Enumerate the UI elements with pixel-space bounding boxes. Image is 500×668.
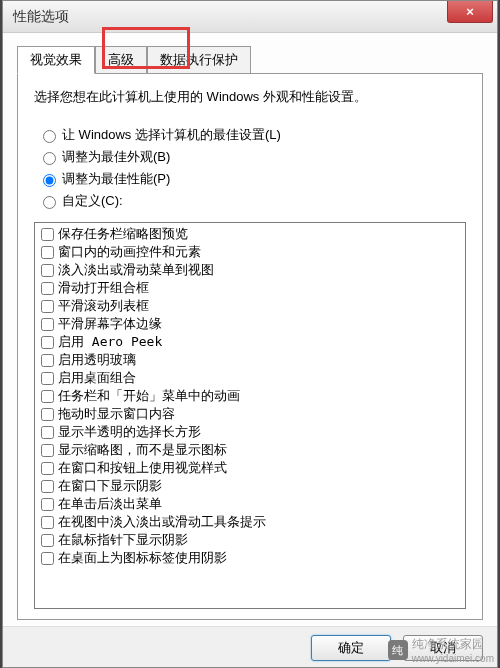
option-checkbox[interactable] — [41, 552, 54, 565]
tab-label: 数据执行保护 — [160, 52, 238, 67]
list-item[interactable]: 保存任务栏缩略图预览 — [39, 225, 461, 243]
option-checkbox[interactable] — [41, 300, 54, 313]
radio-label: 调整为最佳性能(P) — [62, 170, 170, 188]
option-checkbox[interactable] — [41, 480, 54, 493]
radio-label: 自定义(C): — [62, 192, 123, 210]
list-item[interactable]: 在窗口和按钮上使用视觉样式 — [39, 459, 461, 477]
option-label: 平滑屏幕字体边缘 — [58, 315, 162, 333]
radio-group: 让 Windows 选择计算机的最佳设置(L) 调整为最佳外观(B) 调整为最佳… — [38, 122, 466, 214]
tab-label: 视觉效果 — [30, 52, 82, 67]
option-checkbox[interactable] — [41, 444, 54, 457]
radio-label: 让 Windows 选择计算机的最佳设置(L) — [62, 126, 281, 144]
content-area: 视觉效果 高级 数据执行保护 选择您想在此计算机上使用的 Windows 外观和… — [3, 33, 497, 626]
option-label: 保存任务栏缩略图预览 — [58, 225, 188, 243]
radio-best-perf-input[interactable] — [43, 174, 56, 187]
option-checkbox[interactable] — [41, 282, 54, 295]
radio-best-perf[interactable]: 调整为最佳性能(P) — [38, 170, 466, 188]
option-label: 在窗口下显示阴影 — [58, 477, 162, 495]
tab-label: 高级 — [108, 52, 134, 67]
option-checkbox[interactable] — [41, 264, 54, 277]
option-label: 滑动打开组合框 — [58, 279, 149, 297]
option-label: 在窗口和按钮上使用视觉样式 — [58, 459, 227, 477]
ok-button[interactable]: 确定 — [311, 635, 391, 661]
list-item[interactable]: 滑动打开组合框 — [39, 279, 461, 297]
list-item[interactable]: 显示半透明的选择长方形 — [39, 423, 461, 441]
option-checkbox[interactable] — [41, 372, 54, 385]
list-item[interactable]: 显示缩略图，而不是显示图标 — [39, 441, 461, 459]
list-item[interactable]: 在桌面上为图标标签使用阴影 — [39, 549, 461, 567]
option-checkbox[interactable] — [41, 228, 54, 241]
option-label: 平滑滚动列表框 — [58, 297, 149, 315]
radio-best-look[interactable]: 调整为最佳外观(B) — [38, 148, 466, 166]
list-item[interactable]: 淡入淡出或滑动菜单到视图 — [39, 261, 461, 279]
radio-auto-input[interactable] — [43, 130, 56, 143]
tab-visual-effects[interactable]: 视觉效果 — [17, 46, 95, 74]
option-label: 任务栏和「开始」菜单中的动画 — [58, 387, 240, 405]
button-label: 取消 — [430, 640, 456, 655]
option-checkbox[interactable] — [41, 498, 54, 511]
option-checkbox[interactable] — [41, 534, 54, 547]
option-label: 启用桌面组合 — [58, 369, 136, 387]
list-item[interactable]: 启用 Aero Peek — [39, 333, 461, 351]
option-label: 在视图中淡入淡出或滑动工具条提示 — [58, 513, 266, 531]
option-label: 窗口内的动画控件和元素 — [58, 243, 201, 261]
list-item[interactable]: 拖动时显示窗口内容 — [39, 405, 461, 423]
button-label: 确定 — [338, 640, 364, 655]
description-text: 选择您想在此计算机上使用的 Windows 外观和性能设置。 — [34, 88, 466, 106]
list-item[interactable]: 在视图中淡入淡出或滑动工具条提示 — [39, 513, 461, 531]
options-listbox[interactable]: 保存任务栏缩略图预览窗口内的动画控件和元素淡入淡出或滑动菜单到视图滑动打开组合框… — [34, 222, 466, 609]
tab-strip: 视觉效果 高级 数据执行保护 — [17, 45, 483, 73]
option-label: 淡入淡出或滑动菜单到视图 — [58, 261, 214, 279]
option-checkbox[interactable] — [41, 246, 54, 259]
option-checkbox[interactable] — [41, 336, 54, 349]
list-item[interactable]: 任务栏和「开始」菜单中的动画 — [39, 387, 461, 405]
list-item[interactable]: 在窗口下显示阴影 — [39, 477, 461, 495]
list-item[interactable]: 平滑滚动列表框 — [39, 297, 461, 315]
tab-dep[interactable]: 数据执行保护 — [147, 46, 251, 74]
titlebar: 性能选项 × — [3, 1, 497, 33]
option-checkbox[interactable] — [41, 318, 54, 331]
button-row: 确定 取消 — [3, 626, 497, 667]
list-item[interactable]: 窗口内的动画控件和元素 — [39, 243, 461, 261]
tab-panel-visual-effects: 选择您想在此计算机上使用的 Windows 外观和性能设置。 让 Windows… — [17, 73, 483, 620]
option-label: 拖动时显示窗口内容 — [58, 405, 175, 423]
radio-auto[interactable]: 让 Windows 选择计算机的最佳设置(L) — [38, 126, 466, 144]
radio-custom[interactable]: 自定义(C): — [38, 192, 466, 210]
list-item[interactable]: 启用桌面组合 — [39, 369, 461, 387]
list-item[interactable]: 启用透明玻璃 — [39, 351, 461, 369]
option-checkbox[interactable] — [41, 516, 54, 529]
option-label: 在单击后淡出菜单 — [58, 495, 162, 513]
tab-advanced[interactable]: 高级 — [95, 46, 147, 74]
option-label: 显示缩略图，而不是显示图标 — [58, 441, 227, 459]
close-button[interactable]: × — [447, 1, 493, 23]
radio-custom-input[interactable] — [43, 196, 56, 209]
close-icon: × — [466, 4, 474, 19]
option-checkbox[interactable] — [41, 408, 54, 421]
option-label: 启用透明玻璃 — [58, 351, 136, 369]
option-label: 启用 Aero Peek — [58, 333, 162, 351]
option-checkbox[interactable] — [41, 426, 54, 439]
radio-best-look-input[interactable] — [43, 152, 56, 165]
option-label: 显示半透明的选择长方形 — [58, 423, 201, 441]
option-checkbox[interactable] — [41, 354, 54, 367]
list-item[interactable]: 在单击后淡出菜单 — [39, 495, 461, 513]
list-item[interactable]: 平滑屏幕字体边缘 — [39, 315, 461, 333]
radio-label: 调整为最佳外观(B) — [62, 148, 170, 166]
cancel-button[interactable]: 取消 — [403, 635, 483, 661]
option-checkbox[interactable] — [41, 462, 54, 475]
window-title: 性能选项 — [13, 8, 69, 26]
dialog-window: 性能选项 × 视觉效果 高级 数据执行保护 选择您想在此计算机上使用的 Wind… — [2, 0, 498, 668]
list-item[interactable]: 在鼠标指针下显示阴影 — [39, 531, 461, 549]
option-checkbox[interactable] — [41, 390, 54, 403]
option-label: 在鼠标指针下显示阴影 — [58, 531, 188, 549]
option-label: 在桌面上为图标标签使用阴影 — [58, 549, 227, 567]
